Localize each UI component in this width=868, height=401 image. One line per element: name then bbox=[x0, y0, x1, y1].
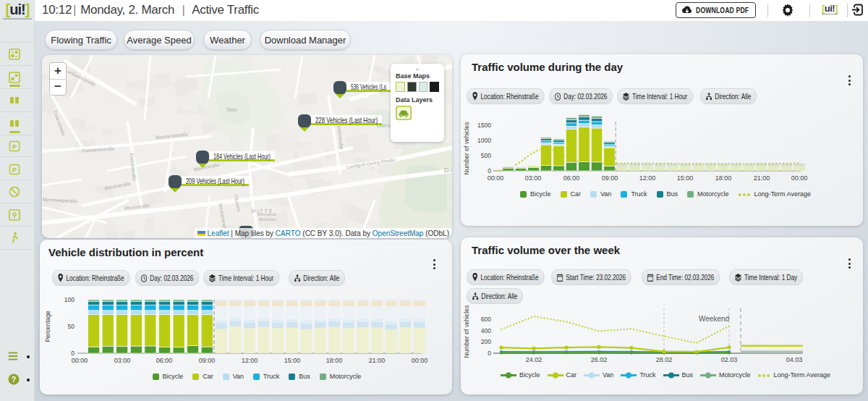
svg-text:06:00: 06:00 bbox=[156, 357, 173, 364]
svg-text:00:00: 00:00 bbox=[412, 357, 428, 364]
svg-text:Number of vehicles: Number of vehicles bbox=[463, 305, 470, 358]
svg-text:06:00: 06:00 bbox=[563, 174, 580, 182]
svg-text:536 Vehicles (La: 536 Vehicles (La bbox=[351, 83, 386, 91]
svg-text:Bismarck-Brunnen: Bismarck-Brunnen bbox=[258, 211, 278, 221]
svg-text:50: 50 bbox=[68, 323, 75, 330]
svg-text:15:00: 15:00 bbox=[677, 174, 694, 182]
svg-text:P: P bbox=[12, 166, 17, 174]
svg-text:Percentage: Percentage bbox=[44, 311, 51, 342]
svg-text:09:00: 09:00 bbox=[602, 174, 618, 182]
svg-text:1500: 1500 bbox=[477, 122, 491, 129]
svg-text:Weekend: Weekend bbox=[699, 315, 729, 323]
svg-text:04.03: 04.03 bbox=[786, 356, 803, 363]
svg-text:228 Vehicles (Last Hour): 228 Vehicles (Last Hour) bbox=[315, 116, 378, 124]
svg-text:Number of vehicles: Number of vehicles bbox=[463, 122, 470, 175]
svg-text:500: 500 bbox=[481, 152, 491, 159]
svg-text:00:00: 00:00 bbox=[791, 174, 808, 182]
svg-text:1000: 1000 bbox=[477, 137, 491, 144]
svg-text:400: 400 bbox=[481, 327, 491, 334]
svg-text:02.03: 02.03 bbox=[721, 356, 738, 363]
svg-text:Teich: Teich bbox=[226, 107, 237, 112]
svg-text:21:00: 21:00 bbox=[369, 357, 386, 364]
svg-text:600: 600 bbox=[481, 316, 491, 323]
svg-text:26.02: 26.02 bbox=[591, 356, 608, 363]
svg-text:15:00: 15:00 bbox=[284, 357, 301, 364]
svg-text:209 Vehicles (Last Hour): 209 Vehicles (Last Hour) bbox=[186, 177, 244, 185]
svg-text:24.02: 24.02 bbox=[526, 356, 542, 363]
svg-text:18:00: 18:00 bbox=[326, 357, 343, 364]
svg-text:200: 200 bbox=[481, 338, 491, 345]
svg-text:21:00: 21:00 bbox=[754, 174, 770, 182]
svg-text:28.02: 28.02 bbox=[656, 356, 673, 363]
svg-text:00:00: 00:00 bbox=[72, 357, 88, 364]
svg-text:18:00: 18:00 bbox=[715, 174, 732, 182]
svg-text:0: 0 bbox=[71, 350, 75, 357]
svg-text:100: 100 bbox=[64, 296, 75, 303]
svg-text:12:00: 12:00 bbox=[242, 357, 258, 364]
svg-text:DAR: DAR bbox=[444, 166, 452, 174]
svg-text:184 Vehicles (Last Hour): 184 Vehicles (Last Hour) bbox=[213, 152, 271, 161]
svg-text:0: 0 bbox=[488, 350, 491, 357]
svg-text:0: 0 bbox=[488, 167, 491, 174]
svg-text:03:00: 03:00 bbox=[525, 174, 542, 182]
svg-text:P: P bbox=[12, 143, 17, 151]
svg-text:12:00: 12:00 bbox=[639, 174, 656, 182]
svg-text:00:00: 00:00 bbox=[488, 174, 504, 182]
svg-text:09:00: 09:00 bbox=[199, 357, 216, 364]
svg-text:03:00: 03:00 bbox=[114, 357, 131, 364]
svg-text:?: ? bbox=[12, 376, 16, 384]
